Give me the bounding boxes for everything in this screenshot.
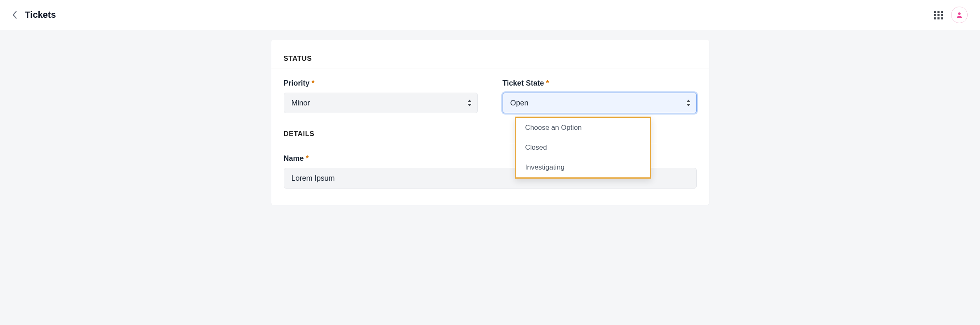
status-section-heading: STATUS: [271, 55, 709, 69]
user-icon: [956, 11, 963, 19]
back-chevron-icon[interactable]: [12, 11, 17, 19]
ticket-state-dropdown: Choose an Option Closed Investigating: [515, 117, 651, 179]
priority-select[interactable]: Minor: [284, 93, 478, 113]
topbar-right: [934, 7, 968, 23]
ticket-form-card: STATUS Priority * Minor Ticket State *: [271, 40, 709, 205]
page-title: Tickets: [25, 10, 56, 20]
priority-group: Priority * Minor: [284, 79, 478, 113]
required-marker: *: [546, 79, 549, 87]
priority-select-wrap: Minor: [284, 93, 478, 113]
ticket-state-select-wrap: Open Choose an Option Closed Investigati…: [503, 93, 697, 113]
required-marker: *: [312, 79, 315, 87]
ticket-state-label-text: Ticket State: [503, 79, 544, 87]
dropdown-option-placeholder[interactable]: Choose an Option: [516, 118, 650, 138]
required-marker: *: [306, 154, 309, 162]
dropdown-option-closed[interactable]: Closed: [516, 138, 650, 158]
priority-label-text: Priority: [284, 79, 310, 87]
priority-label: Priority *: [284, 79, 478, 88]
avatar[interactable]: [951, 7, 968, 23]
apps-grid-icon[interactable]: [934, 11, 943, 19]
ticket-state-label: Ticket State *: [503, 79, 697, 88]
topbar-left: Tickets: [12, 10, 56, 20]
topbar: Tickets: [0, 0, 980, 30]
ticket-state-value: Open: [510, 99, 529, 108]
ticket-state-select[interactable]: Open: [503, 93, 697, 113]
dropdown-option-investigating[interactable]: Investigating: [516, 158, 650, 177]
priority-value: Minor: [292, 99, 310, 108]
name-label-text: Name: [284, 154, 304, 162]
ticket-state-group: Ticket State * Open Choose an Option Clo…: [503, 79, 697, 113]
svg-point-0: [958, 12, 961, 15]
status-form-row: Priority * Minor Ticket State * Open: [271, 79, 709, 113]
